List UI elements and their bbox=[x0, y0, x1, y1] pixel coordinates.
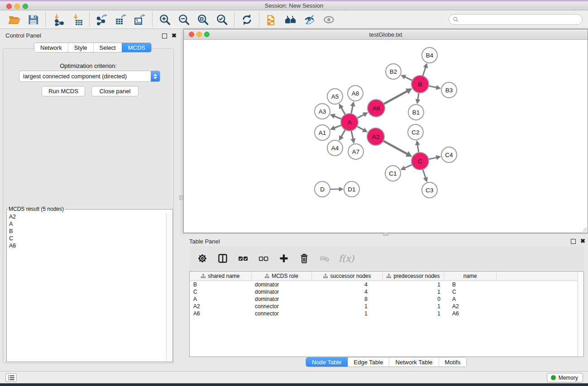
tab-mcds[interactable]: MCDS bbox=[122, 43, 151, 52]
network-window-titlebar[interactable]: testGlobe.txt bbox=[184, 29, 588, 40]
panel-splitter-grip[interactable] bbox=[179, 195, 183, 200]
graph-edge-A-A7[interactable] bbox=[350, 130, 355, 144]
export-network-icon[interactable] bbox=[92, 12, 111, 27]
graph-node-A8[interactable]: A8 bbox=[348, 86, 363, 101]
add-column-icon[interactable] bbox=[277, 252, 290, 265]
graph-edge-C-C1[interactable] bbox=[400, 164, 413, 170]
table-row-A2[interactable]: A2connector11A2 bbox=[190, 303, 583, 310]
zoom-out-icon[interactable] bbox=[174, 12, 193, 27]
close-traffic-light[interactable] bbox=[6, 4, 12, 9]
graph-edge-B-B1[interactable] bbox=[416, 92, 421, 104]
graph-edge-C-C3[interactable] bbox=[422, 168, 428, 182]
graph-node-C3[interactable]: C3 bbox=[422, 182, 437, 198]
graph-edge-A-A2[interactable] bbox=[356, 126, 368, 132]
graph-node-B2[interactable]: B2 bbox=[386, 64, 401, 79]
column-header-predecessor-nodes[interactable]: predecessor nodes bbox=[383, 272, 444, 281]
run-mcds-button[interactable]: Run MCDS bbox=[42, 86, 85, 96]
graph-edge-A2-C[interactable] bbox=[382, 140, 412, 157]
tab-motifs[interactable]: Motifs bbox=[439, 357, 467, 367]
tab-select[interactable]: Select bbox=[93, 43, 122, 52]
delete-column-trash-icon[interactable] bbox=[298, 252, 311, 265]
float-panel-icon[interactable] bbox=[571, 239, 576, 244]
export-image-icon[interactable] bbox=[130, 12, 149, 27]
table-header-row[interactable]: shared nameMCDS rolesuccessor nodesprede… bbox=[190, 272, 583, 281]
graph-node-C4[interactable]: C4 bbox=[441, 147, 457, 162]
table-row-C[interactable]: Cdominator41C bbox=[190, 288, 583, 295]
column-header-successor-nodes[interactable]: successor nodes bbox=[312, 272, 383, 281]
panel-splitter-grip[interactable] bbox=[383, 233, 388, 236]
new-network-from-selection-icon[interactable] bbox=[262, 12, 281, 27]
graph-node-B3[interactable]: B3 bbox=[441, 82, 457, 98]
tab-style[interactable]: Style bbox=[68, 43, 93, 52]
graph-node-D[interactable]: D bbox=[315, 181, 330, 197]
table-row-A6[interactable]: A6connector11A6 bbox=[190, 310, 583, 317]
column-header-MCDS-role[interactable]: MCDS role bbox=[252, 272, 312, 281]
graph-edge-A-A3[interactable] bbox=[330, 114, 343, 119]
tab-edge-table[interactable]: Edge Table bbox=[348, 357, 389, 367]
graph-node-A4[interactable]: A4 bbox=[327, 140, 343, 156]
first-neighbors-icon[interactable] bbox=[281, 12, 300, 27]
tab-node-table[interactable]: Node Table bbox=[306, 357, 348, 367]
mcds-result-item[interactable]: B bbox=[7, 228, 166, 235]
optimization-criterion-select[interactable]: largest connected component (directed) bbox=[19, 71, 160, 82]
zoom-selected-icon[interactable] bbox=[212, 12, 231, 27]
show-all-icon[interactable] bbox=[319, 12, 338, 27]
select-all-checkboxes-icon[interactable] bbox=[237, 252, 249, 265]
graph-node-B1[interactable]: B1 bbox=[408, 105, 424, 120]
deselect-all-checkboxes-icon[interactable] bbox=[257, 252, 270, 265]
zoom-traffic-light[interactable] bbox=[23, 4, 28, 9]
close-panel-button[interactable]: Close panel bbox=[91, 86, 139, 96]
table-row-A[interactable]: Adominator80A bbox=[190, 295, 583, 303]
graph-node-A6[interactable]: A6 bbox=[368, 100, 385, 117]
minimize-traffic-light[interactable] bbox=[196, 32, 202, 37]
graph-edge-C-C4[interactable] bbox=[428, 155, 441, 160]
close-traffic-light[interactable] bbox=[189, 32, 194, 37]
graph-node-C[interactable]: C bbox=[411, 152, 429, 170]
import-network-icon[interactable] bbox=[48, 12, 67, 27]
graph-edge-B-B3[interactable] bbox=[428, 85, 441, 90]
graph-edge-A-A6[interactable] bbox=[356, 112, 368, 119]
search-box[interactable] bbox=[449, 14, 583, 25]
network-canvas[interactable]: B4B2BB3B1A5A8A6A3AA1A4A7A2C2C4CC1C3DD1 bbox=[184, 40, 588, 233]
search-input[interactable] bbox=[461, 16, 578, 23]
graph-edge-B-B4[interactable] bbox=[422, 63, 428, 77]
zoom-in-icon[interactable] bbox=[155, 12, 174, 27]
mcds-result-item[interactable]: A2 bbox=[7, 213, 166, 220]
import-table-icon[interactable] bbox=[67, 12, 86, 27]
graph-edge-C-C2[interactable] bbox=[415, 140, 420, 153]
mcds-list-scrollbar[interactable] bbox=[166, 213, 172, 361]
close-panel-icon[interactable]: ✖ bbox=[580, 238, 586, 244]
tab-network-table[interactable]: Network Table bbox=[389, 357, 438, 367]
close-panel-icon[interactable]: ✖ bbox=[171, 33, 177, 38]
delete-table-icon[interactable] bbox=[318, 252, 331, 265]
graph-node-A1[interactable]: A1 bbox=[315, 125, 330, 140]
save-session-icon[interactable] bbox=[24, 12, 43, 27]
graph-node-D1[interactable]: D1 bbox=[344, 181, 359, 197]
mcds-result-item[interactable]: A6 bbox=[7, 242, 166, 249]
column-header-name[interactable]: name bbox=[444, 272, 497, 281]
function-builder-icon[interactable]: f(x) bbox=[339, 253, 354, 264]
graph-edge-A6-B[interactable] bbox=[383, 89, 412, 105]
graph-edge-A-A5[interactable] bbox=[339, 104, 346, 115]
graph-edge-A-A4[interactable] bbox=[339, 129, 346, 141]
mcds-result-item[interactable]: C bbox=[7, 235, 166, 242]
graph-node-A2[interactable]: A2 bbox=[367, 128, 384, 145]
column-header-shared-name[interactable]: shared name bbox=[190, 272, 252, 281]
table-scrollbar[interactable] bbox=[578, 272, 583, 356]
column-layout-icon[interactable] bbox=[216, 252, 229, 265]
mcds-result-item[interactable]: A bbox=[7, 220, 166, 228]
hide-selected-icon[interactable] bbox=[300, 12, 319, 27]
graph-edge-A-A1[interactable] bbox=[330, 125, 342, 130]
window-resize-grip[interactable] bbox=[582, 227, 587, 232]
graph-node-A3[interactable]: A3 bbox=[315, 104, 330, 119]
graph-node-A7[interactable]: A7 bbox=[348, 144, 363, 159]
export-table-icon[interactable] bbox=[111, 12, 130, 27]
task-history-list-icon[interactable] bbox=[5, 373, 17, 382]
memory-button[interactable]: Memory bbox=[547, 373, 583, 382]
graph-edge-A-A8[interactable] bbox=[350, 101, 355, 115]
refresh-icon[interactable] bbox=[237, 12, 256, 27]
graph-node-B4[interactable]: B4 bbox=[422, 48, 437, 63]
graph-node-A5[interactable]: A5 bbox=[327, 89, 343, 104]
graph-node-C2[interactable]: C2 bbox=[408, 124, 423, 140]
zoom-traffic-light[interactable] bbox=[204, 32, 210, 37]
